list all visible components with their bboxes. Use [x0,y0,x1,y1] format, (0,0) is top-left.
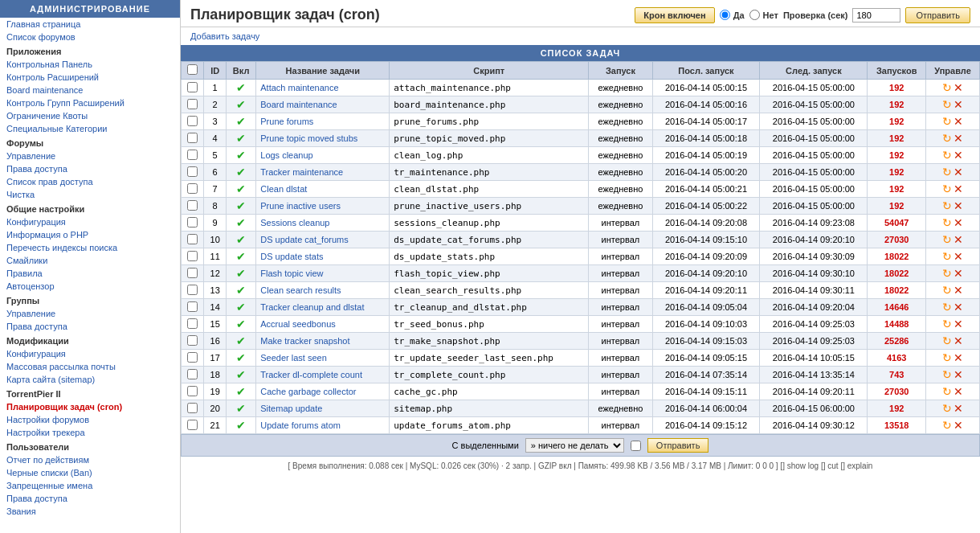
row-checkbox[interactable] [187,268,198,278]
delete-icon[interactable]: ✕ [953,267,963,280]
sidebar-link-10[interactable]: Управление [0,150,180,162]
row-checkbox[interactable] [187,369,198,379]
sidebar-link-17[interactable]: Перечесть индексы поиска [0,241,180,254]
delete-icon[interactable]: ✕ [953,402,963,415]
sidebar-link-4[interactable]: Контроль Расширений [0,71,180,84]
task-name-link[interactable]: DS update stats [260,252,323,261]
delete-icon[interactable]: ✕ [953,149,963,162]
row-checkbox[interactable] [187,200,198,211]
sidebar-link-1[interactable]: Список форумов [0,31,180,43]
delete-icon[interactable]: ✕ [953,182,963,195]
sidebar-link-33[interactable]: Отчет по действиям [0,453,180,466]
task-name-link[interactable]: Attach maintenance [260,83,338,92]
bottom-submit-button[interactable]: Отправить [647,438,709,453]
delete-icon[interactable]: ✕ [953,334,963,347]
cron-enabled-button[interactable]: Крон включен [635,7,714,23]
sidebar-link-23[interactable]: Права доступа [0,320,180,333]
task-name-link[interactable]: Clean dlstat [260,184,307,194]
bulk-action-select[interactable]: » ничего не делать [525,438,624,453]
delete-icon[interactable]: ✕ [953,284,963,297]
sidebar-link-15[interactable]: Конфигурация [0,215,180,228]
sidebar-link-27[interactable]: Карта сайта (sitemap) [0,373,180,386]
sidebar-link-37[interactable]: Звания [0,505,180,518]
sidebar-link-35[interactable]: Запрещенные имена [0,479,180,492]
sidebar-link-5[interactable]: Board maintenance [0,84,180,96]
delete-icon[interactable]: ✕ [953,233,963,246]
sidebar-link-29[interactable]: Планировщик задач (cron) [0,400,180,413]
task-name-link[interactable]: Prune topic moved stubs [260,133,357,143]
task-name-link[interactable]: Make tracker snapshot [260,336,349,346]
row-checkbox[interactable] [187,133,198,143]
sidebar-link-19[interactable]: Правила [0,267,180,280]
row-checkbox[interactable] [187,99,198,109]
row-checkbox[interactable] [187,234,198,244]
refresh-icon[interactable]: ↻ [942,199,952,212]
add-task-link[interactable]: Добавить задачу [181,27,980,45]
row-checkbox[interactable] [187,217,198,228]
sidebar-link-20[interactable]: Автоцензор [0,280,180,293]
task-name-link[interactable]: Sessions cleanup [260,218,329,228]
row-checkbox[interactable] [187,183,198,194]
row-checkbox[interactable] [187,386,198,396]
sidebar-link-18[interactable]: Смайлики [0,254,180,267]
delete-icon[interactable]: ✕ [953,301,963,314]
task-name-link[interactable]: Sitemap update [260,404,322,413]
sidebar-link-16[interactable]: Информация о PHP [0,228,180,241]
row-checkbox[interactable] [187,403,198,413]
sidebar-link-31[interactable]: Настройки трекера [0,426,180,439]
radio-no-input[interactable] [749,10,760,20]
sidebar-link-0[interactable]: Главная страница [0,18,180,31]
task-name-link[interactable]: Clean search results [260,285,341,295]
delete-icon[interactable]: ✕ [953,368,963,381]
refresh-icon[interactable]: ↻ [942,250,952,263]
sidebar-link-7[interactable]: Ограничение Квоты [0,109,180,122]
refresh-icon[interactable]: ↻ [942,318,952,330]
refresh-icon[interactable]: ↻ [942,402,952,415]
refresh-icon[interactable]: ↻ [942,334,952,347]
refresh-icon[interactable]: ↻ [942,115,952,128]
row-checkbox[interactable] [187,335,198,346]
task-name-link[interactable]: Tracker maintenance [260,167,343,177]
refresh-icon[interactable]: ↻ [942,368,952,381]
task-name-link[interactable]: Accrual seedbonus [260,319,336,329]
sidebar-link-11[interactable]: Права доступа [0,162,180,175]
refresh-icon[interactable]: ↻ [942,149,952,162]
sidebar-link-26[interactable]: Массовая рассылка почты [0,360,180,373]
radio-yes-input[interactable] [720,10,730,20]
sidebar-link-8[interactable]: Специальные Категории [0,122,180,135]
row-checkbox[interactable] [187,285,198,295]
sidebar-link-6[interactable]: Контроль Групп Расширений [0,96,180,109]
delete-icon[interactable]: ✕ [953,419,963,432]
row-checkbox[interactable] [187,150,198,160]
task-name-link[interactable]: Tracker cleanup and dlstat [260,302,364,312]
refresh-icon[interactable]: ↻ [942,132,952,145]
task-name-link[interactable]: Tracker dl-complete count [260,370,362,379]
refresh-icon[interactable]: ↻ [942,419,952,432]
delete-icon[interactable]: ✕ [953,351,963,364]
task-name-link[interactable]: Board maintenance [260,100,337,109]
row-checkbox[interactable] [187,166,198,177]
delete-icon[interactable]: ✕ [953,318,963,330]
refresh-icon[interactable]: ↻ [942,351,952,364]
delete-icon[interactable]: ✕ [953,166,963,178]
row-checkbox[interactable] [187,318,198,329]
bottom-checkbox[interactable] [631,441,641,451]
refresh-icon[interactable]: ↻ [942,81,952,94]
delete-icon[interactable]: ✕ [953,98,963,111]
task-name-link[interactable]: Prune forums [260,117,313,126]
row-checkbox[interactable] [187,420,198,430]
refresh-icon[interactable]: ↻ [942,216,952,229]
top-submit-button[interactable]: Отправить [905,7,970,23]
sidebar-link-25[interactable]: Конфигурация [0,347,180,360]
row-checkbox[interactable] [187,82,198,92]
sidebar-link-12[interactable]: Список прав доступа [0,175,180,188]
delete-icon[interactable]: ✕ [953,250,963,263]
refresh-icon[interactable]: ↻ [942,233,952,246]
sidebar-link-3[interactable]: Контрольная Панель [0,58,180,71]
sidebar-link-30[interactable]: Настройки форумов [0,413,180,426]
delete-icon[interactable]: ✕ [953,132,963,145]
sidebar-link-22[interactable]: Управление [0,307,180,320]
refresh-icon[interactable]: ↻ [942,182,952,195]
sidebar-link-13[interactable]: Чистка [0,188,180,201]
delete-icon[interactable]: ✕ [953,385,963,398]
